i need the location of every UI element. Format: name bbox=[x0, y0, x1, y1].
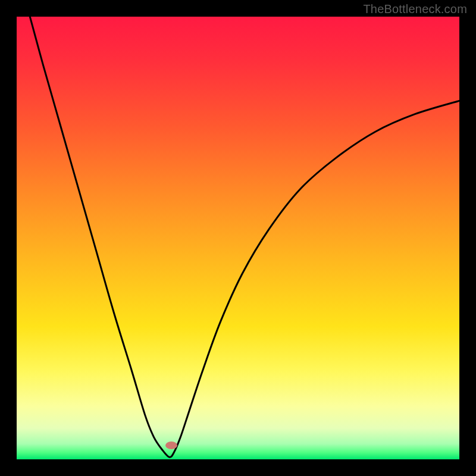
plot-area bbox=[17, 17, 459, 459]
watermark-label: TheBottleneck.com bbox=[363, 2, 467, 16]
bottleneck-curve bbox=[17, 17, 459, 459]
optimal-point-marker bbox=[165, 441, 177, 449]
chart-frame: TheBottleneck.com bbox=[0, 0, 476, 476]
